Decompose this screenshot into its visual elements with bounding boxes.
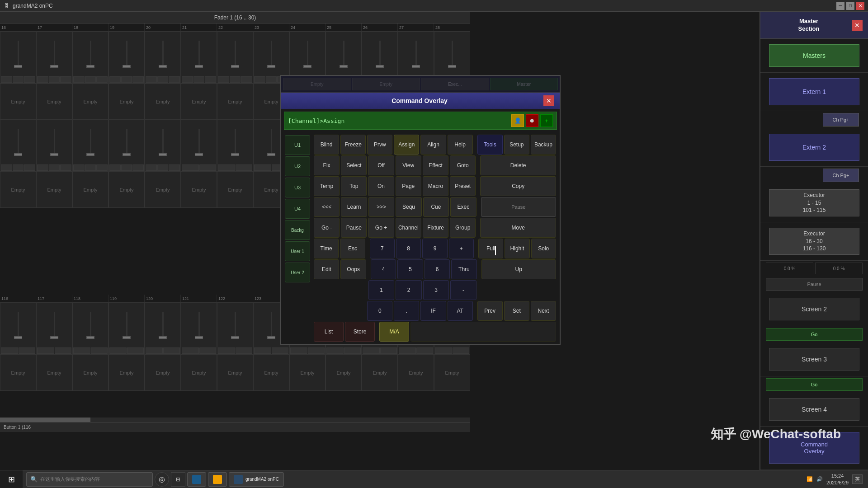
fader-cell-22[interactable] — [217, 32, 253, 84]
fixture-button[interactable]: Fixture — [423, 218, 448, 238]
empty-btn-22[interactable]: Empty — [217, 84, 253, 120]
assign-button[interactable]: Assign — [394, 135, 419, 155]
prev-button[interactable]: Prev — [477, 301, 503, 321]
screen2-button[interactable]: Screen 2 — [769, 298, 859, 320]
preset-button[interactable]: Preset — [450, 176, 476, 196]
fader-cell-18[interactable] — [72, 32, 108, 84]
full-button[interactable]: Full — [478, 239, 503, 258]
ch-pg-button[interactable]: Ch Pg+ — [823, 113, 859, 127]
empty-bot-10[interactable]: Empty — [326, 355, 362, 391]
taskbar-app-explorer[interactable] — [208, 472, 227, 487]
fader-cell-b-116[interactable] — [0, 303, 36, 355]
extern1-button[interactable]: Extern 1 — [769, 78, 859, 105]
sequ-button[interactable]: Sequ — [396, 197, 421, 217]
user1-button[interactable]: User 1 — [285, 241, 310, 261]
go-minus-button[interactable]: Go - — [314, 218, 340, 238]
pause-key-button[interactable]: Pause — [341, 218, 367, 238]
fader-cell-2-22[interactable] — [217, 120, 253, 172]
screen4-button[interactable]: Screen 4 — [769, 398, 859, 421]
fader-cell-17[interactable] — [36, 32, 72, 84]
list-button[interactable]: List — [314, 322, 344, 342]
master-section-close-button[interactable]: ✕ — [852, 20, 863, 31]
copy-button[interactable]: Copy — [480, 176, 556, 196]
user2-button[interactable]: User 2 — [285, 263, 310, 282]
go-plus-button[interactable]: Go + — [368, 218, 394, 238]
ch-pg-button2[interactable]: Ch Pg+ — [823, 169, 859, 182]
key-5[interactable]: 5 — [397, 259, 423, 279]
store-button[interactable]: Store — [345, 322, 375, 342]
next-button[interactable]: Next — [531, 301, 556, 321]
scrollbar-horizontal[interactable] — [0, 418, 470, 422]
u4-button[interactable]: U4 — [285, 199, 310, 219]
scrollbar-thumb[interactable] — [0, 418, 90, 422]
backup-button[interactable]: Backup — [531, 135, 556, 155]
empty-bot-2[interactable]: Empty — [36, 355, 72, 391]
fader-cell-2-20[interactable] — [145, 120, 181, 172]
empty-bot-5[interactable]: Empty — [145, 355, 181, 391]
fader-cell-2-16[interactable] — [0, 120, 36, 172]
minimize-button[interactable]: ─ — [836, 2, 844, 10]
fader-cell-16[interactable] — [0, 32, 36, 84]
dialog-close-button[interactable]: ✕ — [543, 95, 554, 106]
empty-bot-7[interactable]: Empty — [217, 355, 253, 391]
effect-button[interactable]: Effect — [423, 155, 448, 175]
empty-mid-4[interactable]: Empty — [108, 172, 145, 208]
empty-mid-3[interactable]: Empty — [72, 172, 108, 208]
close-button[interactable]: ✕ — [856, 2, 864, 10]
view-button[interactable]: View — [396, 155, 421, 175]
empty-bot-6[interactable]: Empty — [181, 355, 217, 391]
key-9[interactable]: 9 — [422, 239, 447, 258]
key-2[interactable]: 2 — [396, 280, 421, 300]
empty-btn-18[interactable]: Empty — [72, 84, 108, 120]
key-thru[interactable]: Thru — [451, 259, 476, 279]
empty-bot-3[interactable]: Empty — [72, 355, 108, 391]
exec-button[interactable]: Exec — [450, 197, 476, 217]
command-input-bar[interactable]: [Channel]>Assign 👤 ⏺ ＋ — [284, 112, 557, 130]
key-8[interactable]: 8 — [396, 239, 421, 258]
ma-button[interactable]: M/A — [379, 322, 409, 342]
taskbar-app-ie[interactable] — [187, 472, 206, 487]
go-button[interactable]: Go — [766, 328, 863, 341]
edit-button[interactable]: Edit — [314, 259, 339, 279]
help-button[interactable]: Help — [448, 135, 473, 155]
masters-button[interactable]: Masters — [769, 44, 859, 67]
delete-button[interactable]: Delete — [480, 155, 556, 175]
p-button[interactable] — [410, 322, 556, 342]
oops-button[interactable]: Oops — [340, 259, 366, 279]
key-4[interactable]: 4 — [371, 259, 396, 279]
fader-cell-2-17[interactable] — [36, 120, 72, 172]
fader-cell-2-19[interactable] — [108, 120, 145, 172]
off-button[interactable]: Off — [368, 155, 394, 175]
setup-button[interactable]: Setup — [504, 135, 529, 155]
set-button[interactable]: Set — [504, 301, 529, 321]
next-next-button[interactable]: >>> — [368, 197, 394, 217]
up-button[interactable]: Up — [481, 259, 556, 279]
align-button[interactable]: Align — [420, 135, 446, 155]
cmd-icon-add[interactable]: ＋ — [540, 114, 553, 127]
fader-cell-b-119[interactable] — [108, 303, 145, 355]
fader-cell-b-120[interactable] — [145, 303, 181, 355]
key-minus[interactable]: - — [450, 280, 476, 300]
prvw-button[interactable]: Prvw — [367, 135, 392, 155]
solo-button[interactable]: Solo — [531, 239, 556, 258]
cmd-icon-person[interactable]: 👤 — [511, 114, 524, 127]
cmd-icon-record[interactable]: ⏺ — [526, 114, 538, 127]
on-button[interactable]: On — [368, 176, 394, 196]
fix-button[interactable]: Fix — [314, 155, 340, 175]
fader-cell-19[interactable] — [108, 32, 145, 84]
key-7[interactable]: 7 — [370, 239, 395, 258]
fader-cell-2-18[interactable] — [72, 120, 108, 172]
key-1[interactable]: 1 — [368, 280, 394, 300]
fader-cell-20[interactable] — [145, 32, 181, 84]
key-3[interactable]: 3 — [423, 280, 449, 300]
key-plus[interactable]: + — [449, 239, 474, 258]
key-at[interactable]: AT — [448, 301, 473, 321]
pause-display-button[interactable]: Pause — [766, 278, 863, 291]
empty-mid-6[interactable]: Empty — [181, 172, 217, 208]
fader-cell-b-122[interactable] — [217, 303, 253, 355]
select-button[interactable]: Select — [341, 155, 367, 175]
tools-button[interactable]: Tools — [477, 135, 503, 155]
move-button[interactable]: Move — [480, 218, 556, 238]
executor2-button[interactable]: Executor16 - 30116 - 130 — [769, 228, 859, 255]
u1-button[interactable]: U1 — [285, 135, 310, 155]
